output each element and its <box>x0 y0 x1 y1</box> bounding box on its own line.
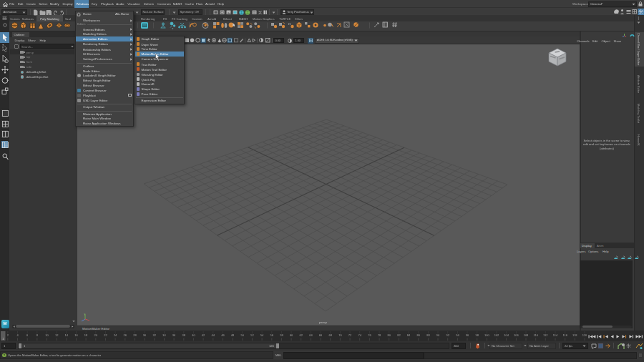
svg-text:x: x <box>172 27 174 30</box>
svg-text:y: y <box>84 313 86 315</box>
